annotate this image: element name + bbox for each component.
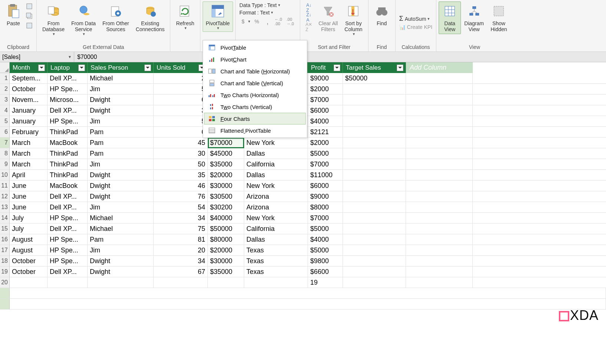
- cell-units-sold[interactable]: 2: [154, 73, 208, 84]
- col-header-target-sales[interactable]: Target Sales: [343, 62, 406, 73]
- row-number[interactable]: 19: [0, 267, 10, 277]
- cell-target-sales[interactable]: [343, 127, 406, 138]
- cell-month[interactable]: July: [10, 224, 48, 234]
- formula-input[interactable]: $70000: [74, 52, 606, 62]
- cell-units-sold[interactable]: 6: [154, 127, 208, 138]
- cell-target-sales[interactable]: [343, 256, 406, 267]
- cell-sales-person[interactable]: Dwight: [88, 105, 154, 116]
- cell-laptop[interactable]: HP Spe...: [48, 234, 88, 245]
- cell-units-sold[interactable]: 35: [154, 170, 208, 181]
- cell-sales-person[interactable]: Pam: [88, 138, 154, 148]
- menu-item-four-charts[interactable]: Four Charts: [204, 113, 306, 125]
- cell-units-sold[interactable]: 81: [154, 234, 208, 245]
- menu-item-pivotchart[interactable]: PivotChart: [204, 53, 306, 65]
- cell-sales[interactable]: [208, 277, 244, 288]
- cell-laptop[interactable]: Dell XP...: [48, 105, 88, 116]
- row-number[interactable]: 12: [0, 191, 10, 202]
- cell-empty[interactable]: [10, 288, 606, 299]
- cell-target-sales[interactable]: [343, 116, 406, 127]
- row-number[interactable]: 4: [0, 105, 10, 116]
- cell-laptop[interactable]: Dell XP...: [48, 267, 88, 277]
- cell-target-sales[interactable]: [343, 267, 406, 277]
- cell-empty[interactable]: [406, 224, 473, 234]
- cell-units-sold[interactable]: 3: [154, 105, 208, 116]
- cell-profit[interactable]: $6000: [308, 105, 343, 116]
- cell-location[interactable]: Texas: [244, 256, 308, 267]
- cell-empty[interactable]: [406, 267, 473, 277]
- cell-sales-person[interactable]: Jim: [88, 159, 154, 170]
- cell-sales[interactable]: $80000: [208, 234, 244, 245]
- cell-laptop[interactable]: Microso...: [48, 95, 88, 105]
- cell-sales[interactable]: $30500: [208, 191, 244, 202]
- cell-laptop[interactable]: MacBook: [48, 181, 88, 191]
- cell-empty[interactable]: [406, 116, 473, 127]
- sort-asc-icon[interactable]: A↓Z: [305, 4, 313, 12]
- name-box[interactable]: [Sales] ▼: [0, 52, 74, 62]
- menu-item-pivottable[interactable]: PivotTable: [204, 42, 306, 53]
- cell-units-sold[interactable]: 67: [154, 267, 208, 277]
- cell-laptop[interactable]: [48, 277, 88, 288]
- cell-location[interactable]: Dallas: [244, 170, 308, 181]
- cell-empty[interactable]: [406, 234, 473, 245]
- cell-sales[interactable]: $50000: [208, 224, 244, 234]
- row-number[interactable]: 8: [0, 148, 10, 159]
- existing-connections-button[interactable]: Existing Connections: [132, 1, 168, 34]
- cell-location[interactable]: California: [244, 224, 308, 234]
- col-header-profit[interactable]: Profit: [308, 62, 343, 73]
- cell-target-sales[interactable]: [343, 277, 406, 288]
- cell-target-sales[interactable]: [343, 245, 406, 256]
- cell-sales[interactable]: $30000: [208, 181, 244, 191]
- cell-sales-person[interactable]: Michael: [88, 213, 154, 224]
- cell-profit[interactable]: $2000: [308, 84, 343, 95]
- cell-profit[interactable]: $4000: [308, 234, 343, 245]
- show-hidden-button[interactable]: Show Hidden: [487, 1, 510, 34]
- cell-units-sold[interactable]: 45: [154, 138, 208, 148]
- cell-units-sold[interactable]: 34: [154, 213, 208, 224]
- cell-target-sales[interactable]: $50000: [343, 73, 406, 84]
- row-number[interactable]: 1: [0, 73, 10, 84]
- cell-sales[interactable]: $45000: [208, 148, 244, 159]
- cell-laptop[interactable]: HP Spe...: [48, 213, 88, 224]
- cell-month[interactable]: August: [10, 234, 48, 245]
- cell-profit[interactable]: 19: [308, 277, 343, 288]
- paste-button[interactable]: Paste: [2, 1, 24, 28]
- clear-filters-button[interactable]: Clear All Filters: [315, 1, 341, 34]
- cell-month[interactable]: February: [10, 127, 48, 138]
- cell-sales[interactable]: $35000: [208, 267, 244, 277]
- row-number[interactable]: 15: [0, 224, 10, 234]
- format-painter-icon[interactable]: [25, 21, 33, 30]
- currency-button[interactable]: $: [242, 19, 245, 24]
- row-number[interactable]: [0, 288, 10, 299]
- cell-month[interactable]: October: [10, 267, 48, 277]
- cell-units-sold[interactable]: 54: [154, 202, 208, 213]
- cell-sales-person[interactable]: Dwight: [88, 267, 154, 277]
- filter-icon[interactable]: [397, 64, 403, 71]
- cell-laptop[interactable]: ThinkPad: [48, 127, 88, 138]
- cell-laptop[interactable]: Dell XP...: [48, 202, 88, 213]
- cell-units-sold[interactable]: 5: [154, 84, 208, 95]
- cell-empty[interactable]: [406, 170, 473, 181]
- cell-profit[interactable]: $5000: [308, 148, 343, 159]
- cell-laptop[interactable]: HP Spe...: [48, 116, 88, 127]
- cell-profit[interactable]: $2000: [308, 138, 343, 148]
- clear-sort-icon[interactable]: A✕Z: [305, 23, 313, 31]
- cell-location[interactable]: Arizona: [244, 202, 308, 213]
- copy-icon[interactable]: [25, 12, 33, 20]
- cell-laptop[interactable]: ThinkPad: [48, 159, 88, 170]
- cell-location[interactable]: New York: [244, 181, 308, 191]
- cell-sales-person[interactable]: Dwight: [88, 170, 154, 181]
- col-header-laptop[interactable]: Laptop: [48, 62, 88, 73]
- cell-empty[interactable]: [406, 202, 473, 213]
- cell-sales-person[interactable]: Pam: [88, 148, 154, 159]
- cell-empty[interactable]: [406, 138, 473, 148]
- cell-sales-person[interactable]: [88, 277, 154, 288]
- cell-month[interactable]: Novem...: [10, 95, 48, 105]
- cell-target-sales[interactable]: [343, 170, 406, 181]
- cell-units-sold[interactable]: [154, 277, 208, 288]
- format-selector[interactable]: Format : Text ▼: [238, 9, 275, 16]
- row-number[interactable]: 18: [0, 256, 10, 267]
- row-number[interactable]: 3: [0, 95, 10, 105]
- cell-empty[interactable]: [406, 95, 473, 105]
- cell-laptop[interactable]: HP Spe...: [48, 256, 88, 267]
- row-number[interactable]: 14: [0, 213, 10, 224]
